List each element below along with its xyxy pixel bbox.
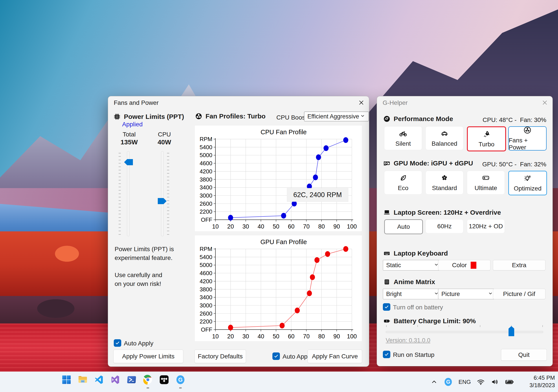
power-limits-warning: Power Limits (PPT) isexperimental featur…	[115, 245, 174, 288]
svg-text:RPM: RPM	[200, 246, 212, 252]
silent-button[interactable]: Silent	[384, 126, 422, 150]
keyboard-color-button[interactable]: Color	[438, 260, 490, 270]
cpu-boost-label: CPU Boost	[276, 114, 307, 121]
gamepad-icon	[482, 174, 490, 182]
fans-window-title: Fans and Power	[114, 99, 159, 106]
taskbar-app-chrome[interactable]	[142, 374, 154, 385]
svg-text:100: 100	[347, 333, 357, 340]
taskbar-app-g-helper[interactable]: G	[175, 374, 186, 385]
battery-tray-icon[interactable]	[505, 377, 514, 386]
fans-titlebar[interactable]: Fans and Power	[108, 96, 369, 108]
60hz-button[interactable]: 60Hz	[426, 219, 463, 233]
turbo-button[interactable]: Turbo	[467, 126, 506, 151]
ultimate-button[interactable]: Ultimate	[467, 171, 505, 194]
taskbar-app-media-app[interactable]	[158, 374, 170, 385]
fans-power-button[interactable]: Fans + Power	[508, 126, 547, 150]
taskbar-app-start[interactable]	[61, 374, 72, 385]
anime-brightness-select[interactable]: Bright	[383, 289, 443, 299]
taskbar: G G ENG 6:45 PM 3/18/2023	[0, 372, 558, 392]
tidal-icon	[159, 375, 169, 385]
bicycle-icon	[399, 129, 407, 138]
quit-button[interactable]: Quit	[501, 349, 547, 361]
speaker-icon[interactable]	[491, 378, 499, 386]
cpu-temp-fan-status: CPU: 48°C - Fan: 30%	[482, 117, 546, 124]
wifi-icon[interactable]	[477, 378, 485, 386]
svg-text:G: G	[446, 379, 450, 385]
mode-label: Eco	[398, 184, 408, 192]
visualstudio-icon	[110, 375, 120, 385]
gpu-fan-chart[interactable]: RPM540050004600420038003400300026002200O…	[194, 235, 362, 342]
svg-text:50: 50	[273, 223, 279, 230]
cpu-slider-thumb[interactable]	[158, 198, 166, 204]
svg-text:30: 30	[243, 333, 249, 340]
optimized-button[interactable]: Optimized	[508, 171, 547, 195]
balanced-button[interactable]: Balanced	[426, 126, 463, 150]
svg-text:3000: 3000	[200, 302, 212, 309]
cpu-fan-chart[interactable]: RPM540050004600420038003400300026002200O…	[194, 125, 362, 232]
ghelper-tray-icon[interactable]: G	[444, 377, 453, 386]
fan-profiles-header: Fan Profiles: Turbo	[195, 112, 266, 120]
auto-apply-power-checkbox[interactable]	[114, 339, 121, 347]
close-icon[interactable]	[357, 99, 365, 106]
language-indicator[interactable]: ENG	[459, 379, 471, 385]
svg-text:2200: 2200	[200, 208, 212, 215]
keyboard-extra-button[interactable]: Extra	[493, 260, 545, 270]
svg-text:GPU Fan Profile: GPU Fan Profile	[260, 238, 307, 245]
svg-text:40: 40	[258, 333, 264, 340]
taskbar-app-file-explorer[interactable]	[77, 374, 88, 385]
svg-text:60: 60	[288, 333, 294, 340]
svg-text:80: 80	[318, 223, 325, 230]
apply-fan-curve-button[interactable]: Apply Fan Curve	[308, 350, 362, 363]
svg-text:3000: 3000	[200, 192, 212, 199]
anime-matrix-label: Anime Matrix	[394, 278, 435, 286]
picture-gif-button[interactable]: Picture / Gif	[493, 289, 545, 299]
power-limits-header-label: Power Limits (PPT)	[124, 113, 184, 120]
fans-and-power-window: Fans and Power Power Limits (PPT) Applie…	[108, 96, 369, 367]
svg-text:5400: 5400	[200, 254, 212, 260]
windows-icon	[61, 375, 71, 385]
taskbar-app-vscode[interactable]	[93, 374, 105, 385]
cpu-boost-select[interactable]: Efficient Aggressive	[304, 112, 369, 121]
svg-text:3800: 3800	[200, 286, 212, 293]
battery-bolt-icon	[383, 317, 391, 325]
close-icon[interactable]	[541, 99, 549, 106]
auto-button[interactable]: Auto	[384, 219, 423, 234]
total-slider-ticks	[119, 153, 121, 235]
taskbar-app-visual-studio[interactable]	[110, 374, 121, 385]
anime-mode-select[interactable]: Picture	[438, 289, 497, 299]
mode-label: Turbo	[479, 141, 494, 148]
power-limits-header: Power Limits (PPT)	[113, 113, 184, 120]
mode-label: Balanced	[432, 140, 457, 147]
total-slider-thumb[interactable]	[124, 159, 133, 165]
taskbar-app-powershell[interactable]	[126, 374, 137, 385]
clock[interactable]: 6:45 PM 3/18/2023	[529, 374, 555, 389]
svg-text:70: 70	[303, 333, 310, 340]
apply-power-limits-button[interactable]: Apply Power Limits	[113, 350, 183, 363]
anime-brightness-value: Bright	[386, 291, 402, 298]
version-link[interactable]: Version: 0.31.0.0	[386, 337, 430, 344]
active-indicator	[179, 387, 182, 389]
standard-button[interactable]: Standard	[426, 171, 463, 194]
ghelper-icon: G	[175, 375, 185, 385]
g-helper-window: G-Helper Performance Mode CPU: 48°C - Fa…	[377, 96, 553, 366]
ghelper-titlebar[interactable]: G-Helper	[377, 96, 552, 108]
keyboard-color-label: Color	[452, 262, 467, 269]
fan-profiles-header-label: Fan Profiles: Turbo	[206, 112, 266, 120]
120hz-od-button[interactable]: 120Hz + OD	[467, 219, 505, 233]
mode-label: Silent	[395, 140, 411, 147]
keyboard-mode-select[interactable]: Static	[383, 260, 443, 270]
chevron-up-icon[interactable]	[430, 378, 438, 386]
run-on-startup-checkbox[interactable]	[383, 351, 390, 358]
cpu-power-slider[interactable]	[161, 151, 164, 236]
total-slider-label: Total	[120, 131, 138, 138]
factory-defaults-button[interactable]: Factory Defaults	[194, 350, 246, 363]
eco-button[interactable]: Eco	[384, 171, 422, 194]
auto-apply-fan-checkbox[interactable]	[272, 352, 280, 360]
keyboard-mode-value: Static	[386, 262, 401, 269]
turn-off-on-battery-checkbox[interactable]	[383, 303, 390, 311]
svg-text:50: 50	[273, 333, 279, 340]
battery-slider-thumb[interactable]	[508, 326, 514, 336]
chevron-down-icon	[360, 113, 366, 120]
svg-text:80: 80	[318, 333, 325, 340]
battery-charge-slider[interactable]	[386, 331, 543, 333]
